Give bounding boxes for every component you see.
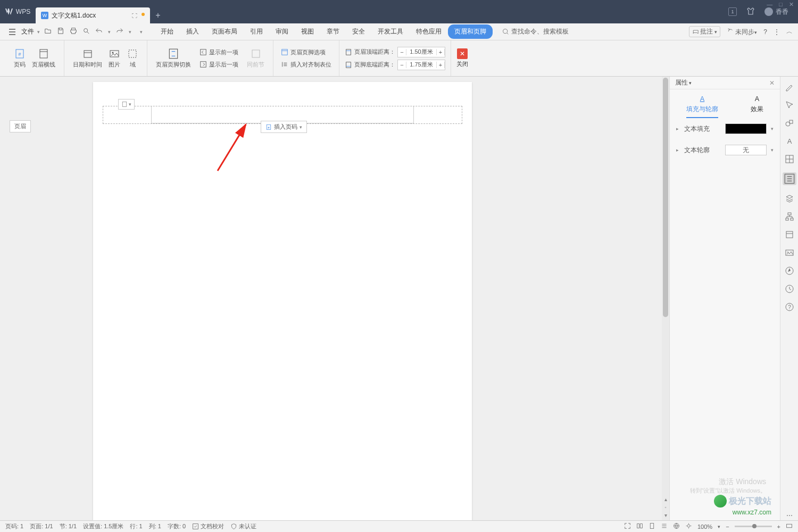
document-canvas[interactable]: ▾ 页眉 # 插入页码 ▾ (0, 77, 669, 520)
close-header-footer-button[interactable]: ✕ 关闭 (456, 48, 468, 68)
view-outline-icon[interactable] (661, 522, 668, 530)
sb-auth[interactable]: 未认证 (230, 522, 256, 530)
tab-devtools[interactable]: 开发工具 (371, 24, 410, 39)
tab-reference[interactable]: 引用 (244, 24, 269, 39)
tab-start[interactable]: 开始 (154, 24, 180, 39)
help-icon[interactable]: ? (763, 28, 767, 36)
sb-col[interactable]: 列: 1 (149, 522, 161, 530)
text-icon[interactable]: A (785, 136, 794, 146)
view-web-icon[interactable] (673, 522, 680, 530)
zoom-fit-icon[interactable] (786, 522, 793, 530)
properties-close-icon[interactable]: ✕ (769, 79, 775, 87)
document-tab[interactable]: W 文字文稿1.docx ⛶ (36, 7, 150, 23)
page-number-button[interactable]: # 页码 (11, 48, 29, 69)
text-outline-row[interactable]: ▸ 文本轮廓 无 ▾ (670, 139, 780, 161)
grid-icon[interactable] (785, 154, 794, 164)
sync-status[interactable]: 未同步▾ (727, 27, 757, 37)
increase-button[interactable]: + (436, 49, 445, 55)
tab-insert[interactable]: 插入 (180, 24, 205, 39)
date-time-button[interactable]: 日期和时间 (70, 48, 105, 69)
navigation-icon[interactable] (785, 230, 794, 239)
user-account[interactable]: 香香 (764, 7, 788, 16)
sb-proof[interactable]: 文档校对 (192, 522, 224, 530)
zoom-slider[interactable] (735, 526, 772, 527)
layers-icon[interactable] (785, 194, 794, 203)
page-nav-icon[interactable]: ◦ (664, 504, 667, 510)
zoom-out-button[interactable]: − (726, 523, 729, 530)
tab-view[interactable]: 视图 (295, 24, 320, 39)
scrollbar-thumb[interactable] (663, 78, 668, 317)
sb-row[interactable]: 行: 1 (130, 522, 142, 530)
undo-icon[interactable] (95, 27, 103, 36)
tab-review[interactable]: 审阅 (269, 24, 295, 39)
tab-header-footer[interactable]: 页眉和页脚 (448, 24, 493, 39)
sb-section[interactable]: 节: 1/1 (60, 522, 77, 530)
window-maximize[interactable]: □ (779, 1, 783, 7)
collapse-ribbon-icon[interactable]: ︿ (786, 27, 793, 36)
sb-page-num[interactable]: 页码: 1 (5, 522, 23, 530)
hf-options-button[interactable]: 页眉页脚选项 (279, 47, 334, 57)
text-outline-picker[interactable]: 无 (725, 145, 767, 155)
tab-monitor-icon[interactable]: ⛶ (132, 13, 137, 19)
annotate-button[interactable]: 批注▾ (689, 26, 720, 37)
prop-tab-effect[interactable]: A 效果 (751, 94, 763, 118)
expand-icon[interactable]: ▸ (676, 147, 679, 153)
decrease-button[interactable]: − (398, 49, 406, 55)
file-menu[interactable]: 文件 (21, 27, 34, 36)
file-dropdown-icon[interactable]: ▾ (37, 29, 40, 35)
header-top-spinner[interactable]: − 1.50厘米 + (397, 47, 445, 57)
sb-page[interactable]: 页面: 1/1 (30, 522, 53, 530)
footer-bot-value[interactable]: 1.75厘米 (406, 61, 436, 69)
decrease-button[interactable]: − (398, 62, 406, 68)
page-up-icon[interactable]: ▴ (664, 496, 667, 502)
field-button[interactable]: 域 (123, 48, 142, 69)
image-tool-icon[interactable] (785, 248, 794, 257)
more-tools-icon[interactable]: ⋯ (785, 511, 794, 520)
picture-button[interactable]: 图片 (105, 48, 123, 69)
wps-home-button[interactable]: WPS (0, 0, 36, 23)
zoom-label[interactable]: 100% (697, 523, 712, 530)
select-icon[interactable] (785, 100, 794, 110)
view-page-icon[interactable] (649, 522, 655, 530)
footer-bot-spinner[interactable]: − 1.75厘米 + (397, 60, 445, 70)
redo-icon[interactable] (116, 27, 123, 36)
window-minimize[interactable]: — (767, 1, 772, 7)
qat-more[interactable]: ▾ (140, 29, 143, 35)
increase-button[interactable]: + (436, 62, 445, 68)
properties-icon[interactable] (783, 172, 796, 185)
show-next-button[interactable]: 显示后一项 (197, 60, 240, 70)
zoom-in-button[interactable]: + (777, 523, 780, 530)
notification-badge[interactable]: 1 (728, 7, 737, 16)
sb-setvalue[interactable]: 设置值: 1.5厘米 (83, 522, 123, 530)
prop-tab-fill[interactable]: A 填充与轮廓 (686, 94, 718, 118)
more-icon[interactable]: ⋮ (774, 28, 780, 36)
vertical-scrollbar[interactable]: ▴ ◦ ▾ (662, 77, 669, 520)
tab-special[interactable]: 特色应用 (410, 24, 448, 39)
undo-dropdown[interactable]: ▾ (108, 29, 111, 35)
command-search[interactable]: 查找命令、搜索模板 (502, 27, 569, 36)
header-top-value[interactable]: 1.50厘米 (406, 48, 436, 56)
header-line-button[interactable]: 页眉横线 (29, 48, 59, 69)
sb-wordcount[interactable]: 字数: 0 (168, 522, 186, 530)
show-prev-button[interactable]: 显示前一项 (197, 47, 240, 57)
menu-icon[interactable] (5, 27, 19, 37)
redo-dropdown[interactable]: ▾ (129, 29, 131, 35)
shape-icon[interactable] (785, 118, 794, 128)
shirt-icon[interactable] (746, 7, 755, 17)
structure-icon[interactable] (785, 212, 794, 221)
pencil-icon[interactable] (785, 82, 794, 92)
insert-page-number-button[interactable]: # 插入页码 ▾ (261, 121, 307, 133)
window-close[interactable]: ✕ (789, 1, 794, 8)
tab-chapter[interactable]: 章节 (320, 24, 346, 39)
print-icon[interactable] (70, 27, 77, 36)
open-icon[interactable] (44, 27, 52, 36)
insert-align-tab-button[interactable]: 插入对齐制表位 (279, 60, 334, 70)
tab-page-layout[interactable]: 页面布局 (205, 24, 244, 39)
page-down-icon[interactable]: ▾ (664, 512, 667, 518)
compass-icon[interactable] (785, 266, 794, 276)
tab-security[interactable]: 安全 (346, 24, 371, 39)
view-read-icon[interactable] (636, 522, 643, 530)
text-fill-color-picker[interactable] (725, 123, 767, 134)
same-prev-section-button[interactable]: 同前节 (244, 48, 268, 69)
history-icon[interactable] (785, 284, 794, 294)
